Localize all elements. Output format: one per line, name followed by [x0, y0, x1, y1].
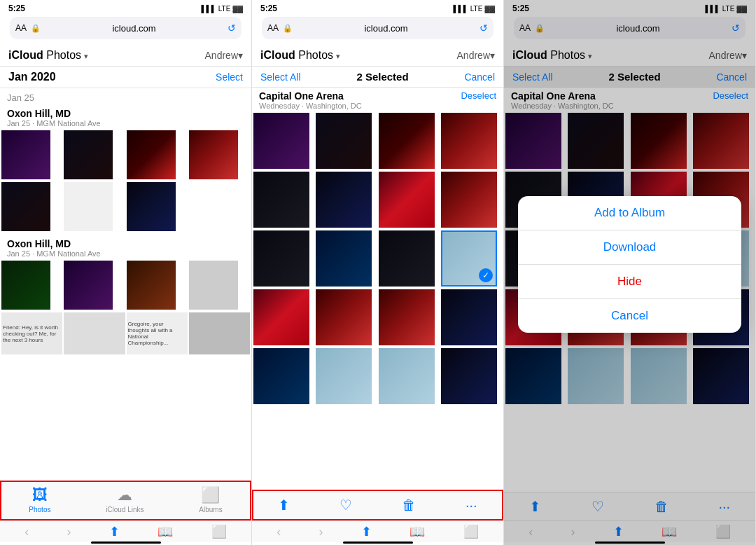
- status-bar-2: 5:25 ▌▌▌ LTE ▓▓: [252, 0, 503, 17]
- select-all-btn-3[interactable]: Select All: [512, 71, 553, 83]
- photo-cell[interactable]: [631, 348, 687, 404]
- url-bar-1[interactable]: AA 🔒 icloud.com ↺: [10, 17, 241, 39]
- photo-cell[interactable]: [316, 113, 372, 169]
- photo-cell[interactable]: [64, 182, 113, 231]
- photo-cell[interactable]: [253, 172, 309, 228]
- photo-cell[interactable]: [127, 261, 176, 310]
- photo-cell[interactable]: [316, 172, 372, 228]
- deselect-btn-2[interactable]: Deselect: [461, 90, 496, 101]
- cancel-btn-2[interactable]: Cancel: [464, 71, 495, 83]
- user-label-3[interactable]: Andrew▾: [709, 50, 747, 61]
- photo-cell[interactable]: [1, 182, 50, 231]
- photo-cell[interactable]: [693, 348, 749, 404]
- user-label-2[interactable]: Andrew▾: [457, 50, 495, 61]
- share-btn-3[interactable]: ⬆: [613, 524, 624, 539]
- url-bar-2[interactable]: AA 🔒 icloud.com ↺: [262, 17, 493, 39]
- share-btn-1[interactable]: ⬆: [109, 524, 120, 539]
- photos-dropdown-2[interactable]: ▾: [336, 52, 340, 60]
- book-btn-3[interactable]: 📖: [662, 524, 677, 539]
- back-btn-1[interactable]: ‹: [24, 525, 29, 539]
- photo-cell[interactable]: [379, 289, 435, 345]
- trash-tool-btn-3[interactable]: 🗑: [654, 499, 668, 515]
- icloud-brand-2: iCloud: [260, 49, 295, 61]
- photo-cell[interactable]: [568, 113, 624, 169]
- refresh-icon-2[interactable]: ↺: [479, 22, 488, 34]
- modal-cancel-btn[interactable]: Cancel: [518, 299, 741, 333]
- location-row-1: Oxon Hill, MD Jan 25 · MGM National Ave: [0, 105, 251, 129]
- url-bar-3[interactable]: AA 🔒 icloud.com ↺: [514, 17, 746, 39]
- book-btn-1[interactable]: 📖: [158, 524, 173, 539]
- forward-btn-3[interactable]: ›: [571, 525, 575, 539]
- photo-cell[interactable]: [189, 130, 238, 179]
- add-to-album-btn[interactable]: Add to Album: [518, 196, 741, 230]
- photo-cell[interactable]: [189, 261, 238, 310]
- section-header-3: Capital One Arena Wednesday · Washington…: [504, 88, 755, 111]
- deselect-btn-3[interactable]: Deselect: [713, 90, 748, 101]
- photo-cell[interactable]: [441, 289, 497, 345]
- photo-cell[interactable]: [316, 289, 372, 345]
- heart-tool-btn-3[interactable]: ♡: [592, 498, 604, 515]
- tab-albums[interactable]: ⬜ Albums: [199, 486, 222, 513]
- photo-cell[interactable]: [127, 130, 176, 179]
- albums-tab-icon: ⬜: [201, 486, 220, 504]
- photo-cell[interactable]: [316, 348, 372, 404]
- cancel-btn-3[interactable]: Cancel: [716, 71, 747, 83]
- photo-cell[interactable]: [253, 289, 309, 345]
- tabs-btn-2[interactable]: ⬜: [463, 524, 479, 539]
- share-btn-2[interactable]: ⬆: [361, 524, 372, 539]
- tab-photos[interactable]: 🖼 Photos: [29, 486, 50, 513]
- battery-icon-2: ▓▓: [484, 5, 495, 13]
- photo-cell[interactable]: [1, 130, 50, 179]
- photo-cell[interactable]: [441, 172, 497, 228]
- photo-cell[interactable]: [693, 113, 749, 169]
- photo-cell[interactable]: [379, 172, 435, 228]
- tabs-btn-3[interactable]: ⬜: [715, 524, 731, 539]
- trash-tool-btn-2[interactable]: 🗑: [402, 497, 416, 513]
- user-label-1[interactable]: Andrew▾: [205, 50, 243, 61]
- photo-cell[interactable]: [253, 348, 309, 404]
- more-tool-btn-2[interactable]: ···: [465, 497, 477, 513]
- refresh-icon-1[interactable]: ↺: [227, 22, 236, 34]
- aa-label-3: AA: [519, 23, 531, 33]
- photo-cell[interactable]: [379, 348, 435, 404]
- forward-btn-2[interactable]: ›: [319, 525, 323, 539]
- back-btn-3[interactable]: ‹: [528, 525, 533, 539]
- photo-cell[interactable]: [316, 230, 372, 287]
- more-tool-btn-3[interactable]: ···: [718, 499, 730, 515]
- back-btn-2[interactable]: ‹: [276, 525, 281, 539]
- section-info-2: Capital One Arena Wednesday · Washington…: [259, 90, 362, 110]
- photo-cell[interactable]: [64, 130, 113, 179]
- photos-dropdown-1[interactable]: ▾: [84, 52, 88, 60]
- select-btn-1[interactable]: Select: [216, 71, 243, 83]
- share-tool-btn-2[interactable]: ⬆: [278, 497, 290, 513]
- photo-cell[interactable]: [253, 230, 309, 287]
- photo-cell[interactable]: [631, 113, 687, 169]
- hide-btn[interactable]: Hide: [518, 265, 741, 299]
- photo-cell[interactable]: [505, 113, 561, 169]
- forward-btn-1[interactable]: ›: [67, 525, 71, 539]
- photo-cell[interactable]: [568, 348, 624, 404]
- photo-cell[interactable]: [441, 348, 497, 404]
- photo-cell-selected[interactable]: ✓: [441, 230, 497, 287]
- photo-cell[interactable]: [64, 312, 125, 354]
- photo-grid-1a: [0, 129, 251, 181]
- refresh-icon-3[interactable]: ↺: [732, 22, 740, 34]
- photo-cell[interactable]: [64, 261, 113, 310]
- photo-cell[interactable]: [1, 261, 50, 310]
- share-tool-btn-3[interactable]: ⬆: [529, 498, 541, 515]
- photo-cell[interactable]: [441, 113, 497, 169]
- book-btn-2[interactable]: 📖: [410, 524, 425, 539]
- heart-tool-btn-2[interactable]: ♡: [340, 497, 352, 513]
- photo-cell[interactable]: [379, 113, 435, 169]
- photo-cell[interactable]: [127, 182, 176, 231]
- home-indicator-2: [252, 542, 503, 545]
- tabs-btn-1[interactable]: ⬜: [211, 524, 227, 539]
- photo-cell[interactable]: [505, 348, 561, 404]
- photo-cell[interactable]: [189, 312, 250, 354]
- photo-cell[interactable]: [253, 113, 309, 169]
- tab-icloud-links[interactable]: ☁ iCloud Links: [106, 486, 144, 513]
- photo-cell[interactable]: [379, 230, 435, 287]
- select-all-btn-2[interactable]: Select All: [260, 71, 301, 83]
- download-btn[interactable]: Download: [518, 230, 741, 265]
- photos-dropdown-3[interactable]: ▾: [588, 52, 592, 60]
